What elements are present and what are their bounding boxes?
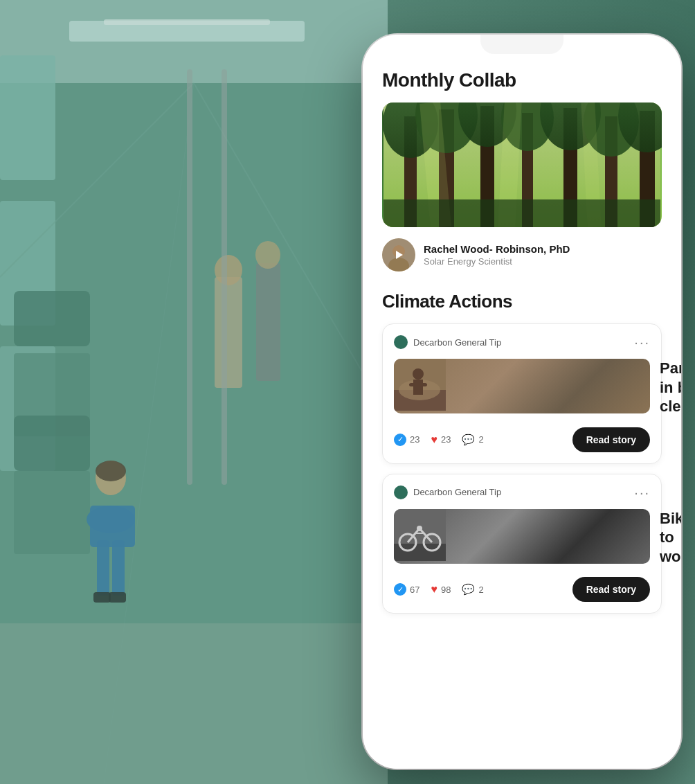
check-stat-beach: ✓ 23 [394,434,419,446]
monthly-collab-title: Monthly Collab [382,69,662,91]
heart-count-beach: 23 [441,434,451,445]
climate-actions-title: Climate Actions [382,291,662,312]
phone-frame: Monthly Collab [363,35,681,769]
card-header-bike: Decarbon General Tip ··· [394,485,650,499]
collab-image [382,103,662,227]
svg-point-56 [413,368,424,380]
author-name: Rachel Wood- Robinson, PhD [424,243,570,255]
svg-rect-49 [383,199,660,227]
bus-background [0,0,388,784]
card-footer-bike: ✓ 67 ♥ 98 💬 2 Read story [394,577,650,602]
check-icon-bike: ✓ [394,583,406,596]
heart-icon-beach: ♥ [431,434,437,446]
phone-screen: Monthly Collab [363,35,681,769]
svg-rect-58 [409,383,427,386]
phone-notch [480,35,563,54]
beach-cleanup-title: Participate in beach cleanup [660,359,681,416]
check-count-beach: 23 [410,434,419,445]
svg-rect-60 [394,544,446,561]
heart-stat-bike: ♥ 98 [431,583,451,596]
author-row: Rachel Wood- Robinson, PhD Solar Energy … [382,238,662,271]
badge-dot-beach [394,335,408,349]
beach-cleanup-thumbnail [394,359,650,413]
svg-rect-29 [0,0,388,784]
check-stat-bike: ✓ 67 [394,583,419,596]
comment-count-bike: 2 [478,585,483,595]
bike-thumbnail [394,509,650,564]
card-badge-beach: Decarbon General Tip [394,335,501,349]
check-count-bike: 67 [410,585,419,595]
card-footer-beach: ✓ 23 ♥ 23 💬 2 Read story [394,427,650,452]
heart-icon-bike: ♥ [431,583,437,596]
phone-container: Monthly Collab [363,35,681,769]
author-avatar [382,238,415,271]
badge-dot-bike [394,485,408,499]
read-story-button-beach[interactable]: Read story [572,427,650,452]
comment-count-beach: 2 [478,434,483,445]
action-card-beach: Decarbon General Tip ··· [382,323,662,464]
comment-icon-beach: 💬 [462,434,475,446]
more-options-beach[interactable]: ··· [634,335,650,349]
svg-rect-57 [413,380,423,395]
card-badge-bike: Decarbon General Tip [394,485,501,499]
author-info: Rachel Wood- Robinson, PhD Solar Energy … [424,243,570,267]
heart-count-bike: 98 [441,585,451,595]
bike-to-work-title: Bike to work [660,509,681,567]
card-content-bike: Bike to work [394,509,650,567]
action-card-bike: Decarbon General Tip ··· [382,474,662,614]
play-button[interactable] [382,238,415,271]
read-story-button-bike[interactable]: Read story [572,577,650,602]
more-options-bike[interactable]: ··· [634,485,650,499]
badge-text-beach: Decarbon General Tip [413,337,501,348]
author-role: Solar Energy Scientist [424,256,570,267]
card-content-beach: Participate in beach cleanup [394,359,650,416]
card-header-beach: Decarbon General Tip ··· [394,335,650,349]
badge-text-bike: Decarbon General Tip [413,487,501,497]
comment-icon-bike: 💬 [462,583,475,596]
comment-stat-bike: 💬 2 [462,583,483,596]
comment-stat-beach: 💬 2 [462,434,483,446]
svg-point-66 [417,526,422,531]
check-icon-beach: ✓ [394,434,406,446]
heart-stat-beach: ♥ 23 [431,434,451,446]
